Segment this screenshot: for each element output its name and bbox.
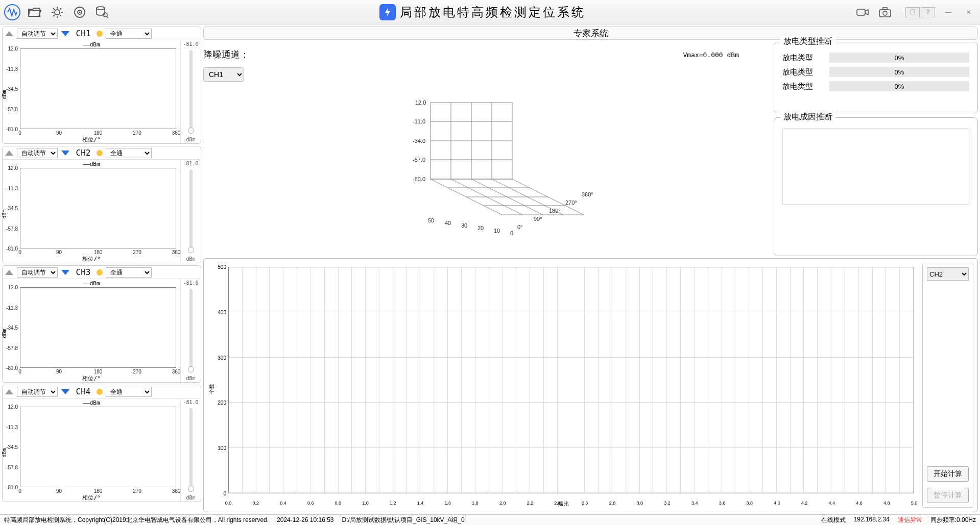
channels-sidebar: 自动调节 CH1 全通 ——dBm dBm 12.0-11.3-34.5-57.… xyxy=(2,27,201,512)
svg-text:-80.0: -80.0 xyxy=(413,176,425,182)
svg-point-0 xyxy=(55,10,60,15)
svg-point-3 xyxy=(79,11,81,13)
channel-panel-ch1: 自动调节 CH1 全通 ——dBm dBm 12.0-11.3-34.5-57.… xyxy=(2,27,201,144)
svg-text:40: 40 xyxy=(445,220,451,226)
start-calc-button[interactable]: 开始计算 xyxy=(927,466,969,482)
folder-open-icon[interactable] xyxy=(27,4,43,20)
app-logo-icon xyxy=(379,4,396,20)
channel-panel-ch3: 自动调节 CH3 全通 ——dBm dBm 12.0-11.3-34.5-57.… xyxy=(2,265,201,383)
threshold-slider[interactable]: -81.0 dBm xyxy=(180,160,201,263)
adjust-select[interactable]: 自动调节 xyxy=(17,387,58,397)
channel-label: CH3 xyxy=(73,267,93,277)
video-icon[interactable] xyxy=(854,4,871,20)
threshold-slider[interactable]: -81.0 dBm xyxy=(180,398,201,502)
camera-icon[interactable] xyxy=(877,4,893,20)
channel-collapse-icon[interactable] xyxy=(5,268,14,277)
filter-select[interactable]: 全通 xyxy=(106,148,152,158)
discharge-cause-text xyxy=(782,128,969,205)
channel-panel-ch2: 自动调节 CH2 全通 ——dBm dBm 12.0-11.3-34.5-57.… xyxy=(2,146,201,263)
channel-collapse-icon[interactable] xyxy=(5,30,14,38)
noise-reduction-label: 降噪通道： xyxy=(203,48,249,61)
svg-point-9 xyxy=(883,11,887,15)
svg-text:-34.0: -34.0 xyxy=(413,138,425,144)
svg-rect-8 xyxy=(879,10,891,17)
svg-text:-11.0: -11.0 xyxy=(413,118,425,124)
discharge-type-row: 放电类型0% xyxy=(782,81,969,91)
channel-collapse-icon[interactable] xyxy=(5,149,14,157)
histogram-channel-select[interactable]: CH2 xyxy=(927,267,969,281)
gear-icon[interactable] xyxy=(49,4,65,20)
channel-label: CH4 xyxy=(73,387,93,396)
svg-text:360°: 360° xyxy=(582,191,593,197)
pause-calc-button[interactable]: 暂停计算 xyxy=(927,488,969,503)
noise-reduction-panel: 降噪通道： Vmax=0.000 dBm CH1 xyxy=(203,42,770,256)
channel-expand-icon[interactable] xyxy=(61,30,70,38)
svg-text:12.0: 12.0 xyxy=(415,99,426,106)
discharge-type-panel: 放电类型推断 放电类型0%放电类型0%放电类型0% xyxy=(774,42,978,113)
mode-text: 在线模式 xyxy=(821,516,846,524)
window-close-icon[interactable]: ✕ xyxy=(962,7,976,17)
prpd-chart: ——dBm dBm 12.0-11.3-34.5-57.8-81.0 09018… xyxy=(3,40,180,143)
sync-freq-text: 同步频率:0.00Hz xyxy=(930,516,976,524)
svg-text:-57.0: -57.0 xyxy=(413,157,425,163)
filepath-text: D:/局放测试数据/默认项目_GIS_10kV_A组_0 xyxy=(342,516,465,524)
svg-text:90°: 90° xyxy=(534,216,542,222)
statusbar: 特高频局部放电检测系统，Copyright(C)2019北京华电智成电气设备有限… xyxy=(0,514,980,525)
channel-collapse-icon[interactable] xyxy=(5,388,14,396)
channel-panel-ch4: 自动调节 CH4 全通 ——dBm dBm 12.0-11.3-34.5-57.… xyxy=(2,385,201,502)
status-dot-icon xyxy=(97,31,103,37)
window-minimize-icon[interactable]: — xyxy=(941,7,955,17)
ip-text: 192.168.2.34 xyxy=(854,516,890,524)
svg-rect-10 xyxy=(883,8,887,10)
filter-select[interactable]: 全通 xyxy=(106,29,152,39)
target-icon[interactable] xyxy=(71,4,88,20)
app-title: 局部放电特高频检测定位系统 xyxy=(400,4,586,20)
channel-expand-icon[interactable] xyxy=(61,388,70,396)
waveform-icon[interactable] xyxy=(4,4,20,20)
window-restore-icon[interactable]: ❐ xyxy=(905,7,920,17)
filter-select[interactable]: 全通 xyxy=(106,387,152,397)
svg-point-4 xyxy=(97,7,105,10)
status-dot-icon xyxy=(97,389,103,395)
discharge-type-row: 放电类型0% xyxy=(782,53,969,63)
adjust-select[interactable]: 自动调节 xyxy=(17,29,58,39)
channel-expand-icon[interactable] xyxy=(61,268,70,277)
vmax-value: Vmax=0.000 dBm xyxy=(683,51,739,59)
status-dot-icon xyxy=(97,150,103,156)
adjust-select[interactable]: 自动调节 xyxy=(17,148,58,158)
svg-text:20: 20 xyxy=(477,225,484,231)
noise-reduction-channel-select[interactable]: CH1 xyxy=(203,67,244,82)
prpd-chart: ——dBm dBm 12.0-11.3-34.5-57.8-81.0 09018… xyxy=(3,279,180,382)
svg-rect-7 xyxy=(857,9,865,15)
svg-text:0: 0 xyxy=(510,230,513,236)
adjust-select[interactable]: 自动调节 xyxy=(17,267,58,278)
database-search-icon[interactable] xyxy=(94,4,110,20)
channel-expand-icon[interactable] xyxy=(61,149,70,157)
histogram-chart: 5004003002001000 0.00.20.40.60.81.01.21.… xyxy=(208,263,918,508)
comm-status-text: 通信异常 xyxy=(898,516,922,524)
threshold-slider[interactable]: -81.0 dBm xyxy=(180,279,201,382)
expert-system-header: 专家系统 xyxy=(203,27,978,40)
svg-text:180°: 180° xyxy=(549,208,561,214)
titlebar: 局部放电特高频检测定位系统 ❐ ? — ✕ xyxy=(0,0,980,24)
svg-text:30: 30 xyxy=(461,222,467,229)
window-help-icon[interactable]: ? xyxy=(921,7,935,17)
timestamp-text: 2024-12-26 10:16:53 xyxy=(277,516,333,523)
threshold-slider[interactable]: -81.0 dBm xyxy=(180,40,201,143)
channel-label: CH1 xyxy=(73,29,93,38)
discharge-type-row: 放电类型0% xyxy=(782,67,969,77)
channel-label: CH2 xyxy=(73,148,93,158)
prpd-3d-chart: 12.0 -11.0 -34.0 -57.0 -80.0 50 40 30 20… xyxy=(203,82,770,256)
copyright-text: 特高频局部放电检测系统，Copyright(C)2019北京华电智成电气设备有限… xyxy=(4,516,269,524)
prpd-chart: ——dBm dBm 12.0-11.3-34.5-57.8-81.0 09018… xyxy=(3,398,180,502)
prpd-chart: ——dBm dBm 12.0-11.3-34.5-57.8-81.0 09018… xyxy=(3,160,180,263)
svg-text:10: 10 xyxy=(494,228,500,234)
histogram-panel: 5004003002001000 0.00.20.40.60.81.01.21.… xyxy=(203,258,978,512)
svg-text:270°: 270° xyxy=(565,199,577,206)
svg-text:0°: 0° xyxy=(517,224,523,230)
status-dot-icon xyxy=(97,269,103,276)
discharge-cause-panel: 放电成因推断 xyxy=(774,117,978,256)
filter-select[interactable]: 全通 xyxy=(106,267,152,278)
svg-text:50: 50 xyxy=(428,217,434,223)
svg-line-6 xyxy=(107,16,108,18)
